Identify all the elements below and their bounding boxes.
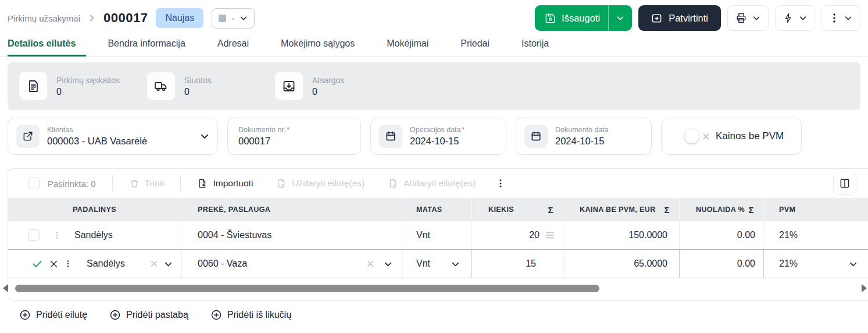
cell-quantity[interactable]: 20 [472,221,563,249]
toolbar-divider [180,175,181,192]
price-input[interactable]: 65.0000 [563,250,680,278]
print-button[interactable] [727,5,769,31]
table-toolbar: Pasirinkta: 0 Trinti Importuoti Uždaryti… [8,169,868,198]
clear-icon[interactable] [150,260,158,268]
file-import-icon [197,178,208,189]
clear-icon[interactable] [366,260,374,268]
column-header-quantity[interactable]: KIEKISΣ [472,198,563,221]
tab-history[interactable]: Istorija [521,33,559,56]
chevron-down-icon [616,14,624,22]
more-actions-button[interactable] [821,5,860,31]
automation-button[interactable] [775,5,815,31]
column-header-discount[interactable]: NUOLAIDA %Σ [680,198,764,221]
client-field[interactable]: Klientas 000003 - UAB Vasarėlė [8,118,218,155]
calendar-icon[interactable] [379,125,402,148]
cell-vat[interactable]: 21% [764,221,868,249]
stat-value: 0 [312,87,344,97]
document-date-field[interactable]: Dokumento data 2024-10-15 [516,118,652,155]
toolbar-kebab-icon[interactable] [496,178,505,189]
column-header-department[interactable]: PADALINYS [8,198,181,221]
columns-icon [839,178,851,189]
cell-discount[interactable]: 0.00 [680,221,764,249]
external-link-icon[interactable] [16,125,40,148]
cancel-row-icon[interactable] [49,259,59,269]
chevron-down-icon[interactable] [849,260,858,268]
file-check-icon [388,178,398,189]
tab-payments[interactable]: Mokėjimai [387,33,439,56]
tab-general-info[interactable]: Bendra informacija [108,33,195,56]
add-line-button[interactable]: Pridėti eilutę [19,309,87,321]
row-kebab-icon[interactable] [53,230,60,240]
details-lines-icon[interactable] [545,231,555,239]
sum-icon[interactable]: Σ [749,205,763,215]
file-x-icon [276,178,287,189]
cell-item[interactable]: 0004 - Šviestuvas [181,221,402,249]
column-header-price[interactable]: KAINA BE PVM, EURΣ [563,198,680,221]
status-dropdown[interactable]: - [212,8,255,29]
circle-plus-icon [19,309,31,321]
inbox-icon [275,72,303,100]
save-dropdown-button[interactable] [609,14,632,22]
cell-department[interactable]: Sandėlys [74,230,113,240]
confirm-row-icon[interactable] [31,258,43,270]
cell-unit[interactable]: Vnt [402,221,472,249]
department-select-value[interactable]: Sandėlys [87,258,125,269]
toggle-off-x-icon [702,133,710,140]
prices-without-vat-toggle[interactable] [685,129,710,143]
chevron-down-icon[interactable] [200,132,209,141]
scroll-left-arrow[interactable] [3,284,8,292]
breadcrumb[interactable]: Pirkimų užsakymai [8,13,80,23]
tab-attachments[interactable]: Priedai [460,33,500,56]
document-date-label: Dokumento data [555,126,609,134]
circle-plus-icon [210,309,222,321]
row-checkbox[interactable] [28,229,40,241]
save-button[interactable]: Išsaugoti [535,5,632,31]
item-select-value[interactable]: 0060 - Vaza [198,258,247,269]
stat-purchase-invoices: Pirkimų sąskaitos 0 [19,72,147,100]
vat-select-value[interactable]: 21% [779,258,798,269]
lightning-icon [783,13,794,23]
calendar-icon[interactable] [524,125,548,148]
required-mark: * [462,126,465,134]
chevron-down-icon[interactable] [164,260,173,268]
cell-price[interactable]: 150.0000 [563,221,680,249]
add-from-stock-button[interactable]: Pridėti iš likučių [210,309,291,321]
sum-icon[interactable]: Σ [548,205,563,215]
column-settings-button[interactable] [833,172,856,195]
tab-addresses[interactable]: Adresai [217,33,259,56]
column-header-unit[interactable]: MATAS [402,198,472,221]
truck-icon [147,72,175,100]
document-number-label: Dokumento nr.* [238,126,290,134]
client-label: Klientas [47,126,147,134]
chevron-down-icon[interactable] [451,260,460,268]
add-note-button[interactable]: Pridėti pastabą [109,309,188,321]
scroll-right-arrow[interactable] [862,284,867,292]
confirm-folder-icon [651,13,662,24]
select-all-checkbox[interactable] [28,178,40,189]
quantity-input[interactable]: 15 [472,250,563,278]
stat-value: 0 [56,87,120,97]
confirm-button[interactable]: Patvirtinti [638,5,721,31]
tab-payment-terms[interactable]: Mokėjimo sąlygos [281,33,365,56]
line-items-card: Pasirinkta: 0 Trinti Importuoti Uždaryti… [8,168,868,301]
tab-detailed-lines[interactable]: Detalios eilutės [8,33,86,56]
column-header-item[interactable]: PREKĖ, PASLAUGA [181,198,402,221]
printer-icon [735,12,747,24]
sum-icon[interactable]: Σ [665,205,679,215]
delete-button[interactable]: Trinti [129,178,165,189]
import-button[interactable]: Importuoti [197,178,253,189]
scrollbar-thumb[interactable] [15,285,599,292]
discount-input[interactable]: 0.00 [680,250,764,278]
operation-date-field[interactable]: Operacijos data* 2024-10-15 [370,118,506,155]
stat-value: 0 [184,87,212,97]
close-lines-button[interactable]: Uždaryti eilutę(es) [276,178,365,189]
open-lines-button[interactable]: Atidaryti eilutę(es) [388,178,476,189]
document-date-value: 2024-10-15 [555,136,609,147]
status-dropdown-value: - [231,13,234,23]
document-number-field[interactable]: Dokumento nr.* 000017 [227,118,361,155]
toggle-knob [685,129,699,143]
unit-select-value[interactable]: Vnt [416,258,430,269]
chevron-down-icon[interactable] [384,260,392,268]
row-kebab-icon[interactable] [65,258,72,269]
column-header-vat[interactable]: PVM [764,198,868,221]
